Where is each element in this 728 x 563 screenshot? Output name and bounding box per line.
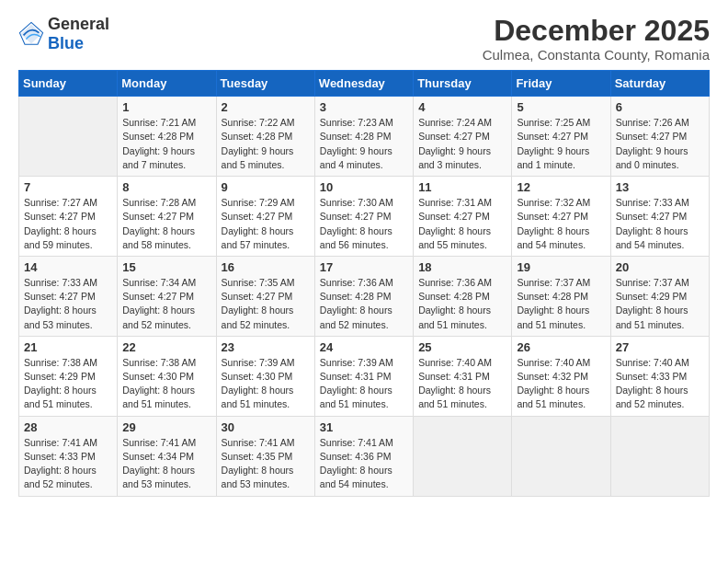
calendar-header-friday: Friday xyxy=(512,71,610,97)
day-number: 13 xyxy=(616,180,704,194)
calendar-cell: 25Sunrise: 7:40 AMSunset: 4:31 PMDayligh… xyxy=(414,336,512,416)
calendar-cell: 26Sunrise: 7:40 AMSunset: 4:32 PMDayligh… xyxy=(512,336,610,416)
calendar-cell: 23Sunrise: 7:39 AMSunset: 4:30 PMDayligh… xyxy=(216,336,314,416)
day-number: 28 xyxy=(24,420,112,434)
calendar-cell: 6Sunrise: 7:26 AMSunset: 4:27 PMDaylight… xyxy=(610,97,709,177)
calendar-cell: 9Sunrise: 7:29 AMSunset: 4:27 PMDaylight… xyxy=(216,177,314,257)
calendar-header-tuesday: Tuesday xyxy=(216,71,314,97)
day-info: Sunrise: 7:22 AMSunset: 4:28 PMDaylight:… xyxy=(222,116,310,172)
day-info: Sunrise: 7:40 AMSunset: 4:32 PMDaylight:… xyxy=(517,356,605,412)
calendar-table: SundayMondayTuesdayWednesdayThursdayFrid… xyxy=(18,70,710,496)
calendar-cell: 27Sunrise: 7:40 AMSunset: 4:33 PMDayligh… xyxy=(610,336,709,416)
day-info: Sunrise: 7:37 AMSunset: 4:29 PMDaylight:… xyxy=(616,276,704,332)
day-number: 20 xyxy=(616,260,704,274)
calendar-week-row: 21Sunrise: 7:38 AMSunset: 4:29 PMDayligh… xyxy=(19,336,710,416)
calendar-header-monday: Monday xyxy=(118,71,216,97)
calendar-cell: 7Sunrise: 7:27 AMSunset: 4:27 PMDaylight… xyxy=(19,177,118,257)
day-number: 10 xyxy=(320,180,408,194)
calendar-header-wednesday: Wednesday xyxy=(314,71,413,97)
day-info: Sunrise: 7:21 AMSunset: 4:28 PMDaylight:… xyxy=(122,116,210,172)
day-number: 24 xyxy=(320,340,408,354)
day-info: Sunrise: 7:41 AMSunset: 4:34 PMDaylight:… xyxy=(122,436,210,492)
day-number: 8 xyxy=(122,180,210,194)
calendar-cell: 29Sunrise: 7:41 AMSunset: 4:34 PMDayligh… xyxy=(118,416,216,496)
day-number: 5 xyxy=(517,100,605,114)
day-number: 9 xyxy=(222,180,310,194)
logo-text: General Blue xyxy=(48,15,109,53)
day-info: Sunrise: 7:29 AMSunset: 4:27 PMDaylight:… xyxy=(222,196,310,252)
calendar-cell: 1Sunrise: 7:21 AMSunset: 4:28 PMDaylight… xyxy=(118,97,216,177)
page-subtitle: Culmea, Constanta County, Romania xyxy=(483,47,710,63)
calendar-cell: 17Sunrise: 7:36 AMSunset: 4:28 PMDayligh… xyxy=(314,256,413,336)
calendar-week-row: 7Sunrise: 7:27 AMSunset: 4:27 PMDaylight… xyxy=(19,177,710,257)
day-number: 17 xyxy=(320,260,408,274)
day-info: Sunrise: 7:33 AMSunset: 4:27 PMDaylight:… xyxy=(24,276,112,332)
day-info: Sunrise: 7:36 AMSunset: 4:28 PMDaylight:… xyxy=(418,276,506,332)
calendar-week-row: 28Sunrise: 7:41 AMSunset: 4:33 PMDayligh… xyxy=(19,416,710,496)
calendar-cell: 22Sunrise: 7:38 AMSunset: 4:30 PMDayligh… xyxy=(118,336,216,416)
day-info: Sunrise: 7:41 AMSunset: 4:33 PMDaylight:… xyxy=(24,436,112,492)
logo-icon xyxy=(18,21,44,47)
day-number: 12 xyxy=(517,180,605,194)
calendar-cell: 30Sunrise: 7:41 AMSunset: 4:35 PMDayligh… xyxy=(216,416,314,496)
calendar-cell: 13Sunrise: 7:33 AMSunset: 4:27 PMDayligh… xyxy=(610,177,709,257)
day-info: Sunrise: 7:33 AMSunset: 4:27 PMDaylight:… xyxy=(616,196,704,252)
calendar-cell: 11Sunrise: 7:31 AMSunset: 4:27 PMDayligh… xyxy=(414,177,512,257)
day-info: Sunrise: 7:34 AMSunset: 4:27 PMDaylight:… xyxy=(122,276,210,332)
day-number: 11 xyxy=(418,180,506,194)
calendar-cell xyxy=(19,97,118,177)
day-number: 3 xyxy=(320,100,408,114)
day-info: Sunrise: 7:39 AMSunset: 4:30 PMDaylight:… xyxy=(222,356,310,412)
calendar-header-thursday: Thursday xyxy=(414,71,512,97)
day-info: Sunrise: 7:38 AMSunset: 4:30 PMDaylight:… xyxy=(122,356,210,412)
logo: General Blue xyxy=(18,15,109,53)
calendar-cell: 10Sunrise: 7:30 AMSunset: 4:27 PMDayligh… xyxy=(314,177,413,257)
day-info: Sunrise: 7:30 AMSunset: 4:27 PMDaylight:… xyxy=(320,196,408,252)
day-info: Sunrise: 7:39 AMSunset: 4:31 PMDaylight:… xyxy=(320,356,408,412)
calendar-cell: 31Sunrise: 7:41 AMSunset: 4:36 PMDayligh… xyxy=(314,416,413,496)
calendar-header-sunday: Sunday xyxy=(19,71,118,97)
day-info: Sunrise: 7:38 AMSunset: 4:29 PMDaylight:… xyxy=(24,356,112,412)
calendar-cell: 21Sunrise: 7:38 AMSunset: 4:29 PMDayligh… xyxy=(19,336,118,416)
page-title: December 2025 xyxy=(483,15,710,47)
day-info: Sunrise: 7:41 AMSunset: 4:36 PMDaylight:… xyxy=(320,436,408,492)
day-info: Sunrise: 7:40 AMSunset: 4:31 PMDaylight:… xyxy=(418,356,506,412)
calendar-cell xyxy=(610,416,709,496)
day-info: Sunrise: 7:28 AMSunset: 4:27 PMDaylight:… xyxy=(122,196,210,252)
day-info: Sunrise: 7:36 AMSunset: 4:28 PMDaylight:… xyxy=(320,276,408,332)
day-number: 25 xyxy=(418,340,506,354)
day-number: 31 xyxy=(320,420,408,434)
calendar-cell: 18Sunrise: 7:36 AMSunset: 4:28 PMDayligh… xyxy=(414,256,512,336)
calendar-cell: 5Sunrise: 7:25 AMSunset: 4:27 PMDaylight… xyxy=(512,97,610,177)
calendar-header-row: SundayMondayTuesdayWednesdayThursdayFrid… xyxy=(19,71,710,97)
day-info: Sunrise: 7:37 AMSunset: 4:28 PMDaylight:… xyxy=(517,276,605,332)
day-number: 23 xyxy=(222,340,310,354)
calendar-week-row: 14Sunrise: 7:33 AMSunset: 4:27 PMDayligh… xyxy=(19,256,710,336)
calendar-cell: 24Sunrise: 7:39 AMSunset: 4:31 PMDayligh… xyxy=(314,336,413,416)
day-number: 27 xyxy=(616,340,704,354)
day-info: Sunrise: 7:35 AMSunset: 4:27 PMDaylight:… xyxy=(222,276,310,332)
calendar-cell: 16Sunrise: 7:35 AMSunset: 4:27 PMDayligh… xyxy=(216,256,314,336)
calendar-cell: 28Sunrise: 7:41 AMSunset: 4:33 PMDayligh… xyxy=(19,416,118,496)
calendar-week-row: 1Sunrise: 7:21 AMSunset: 4:28 PMDaylight… xyxy=(19,97,710,177)
day-number: 14 xyxy=(24,260,112,274)
calendar-cell: 19Sunrise: 7:37 AMSunset: 4:28 PMDayligh… xyxy=(512,256,610,336)
day-number: 22 xyxy=(122,340,210,354)
calendar-cell: 3Sunrise: 7:23 AMSunset: 4:28 PMDaylight… xyxy=(314,97,413,177)
calendar-cell: 14Sunrise: 7:33 AMSunset: 4:27 PMDayligh… xyxy=(19,256,118,336)
day-info: Sunrise: 7:41 AMSunset: 4:35 PMDaylight:… xyxy=(222,436,310,492)
day-info: Sunrise: 7:32 AMSunset: 4:27 PMDaylight:… xyxy=(517,196,605,252)
day-info: Sunrise: 7:31 AMSunset: 4:27 PMDaylight:… xyxy=(418,196,506,252)
day-number: 21 xyxy=(24,340,112,354)
day-number: 2 xyxy=(222,100,310,114)
day-info: Sunrise: 7:40 AMSunset: 4:33 PMDaylight:… xyxy=(616,356,704,412)
day-info: Sunrise: 7:27 AMSunset: 4:27 PMDaylight:… xyxy=(24,196,112,252)
calendar-cell xyxy=(512,416,610,496)
logo-blue: Blue xyxy=(48,34,84,52)
calendar-cell: 2Sunrise: 7:22 AMSunset: 4:28 PMDaylight… xyxy=(216,97,314,177)
day-number: 7 xyxy=(24,180,112,194)
day-info: Sunrise: 7:23 AMSunset: 4:28 PMDaylight:… xyxy=(320,116,408,172)
title-block: December 2025 Culmea, Constanta County, … xyxy=(483,15,710,63)
day-number: 1 xyxy=(122,100,210,114)
calendar-cell: 15Sunrise: 7:34 AMSunset: 4:27 PMDayligh… xyxy=(118,256,216,336)
